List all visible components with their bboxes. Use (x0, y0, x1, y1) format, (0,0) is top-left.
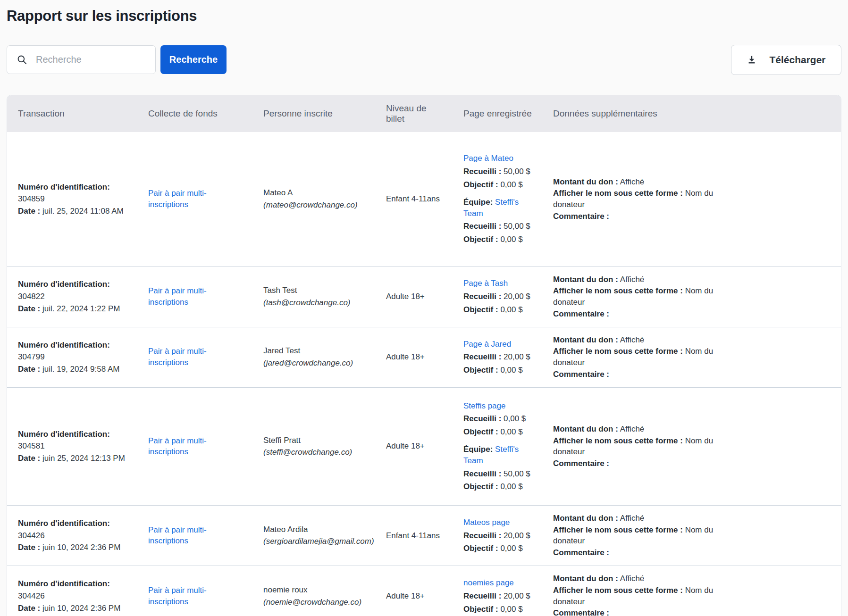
registered-page-link[interactable]: Page à Mateo (463, 154, 513, 163)
person-cell: Tash Test (tash@crowdchange.co) (263, 266, 386, 327)
person-cell: noemie roux (noemie@crowdchange.co) (263, 566, 386, 616)
person-email: (noemie@crowdchange.co) (263, 597, 377, 608)
registered-page-cell: Page à Mateo Recueilli : 50,00 $ Objecti… (463, 132, 553, 266)
goal-label: Objectif : (463, 544, 498, 553)
goal-value: 0,00 $ (500, 305, 522, 314)
name-display-label: Afficher le nom sous cette forme : (553, 436, 683, 445)
date-value: juil. 22, 2024 1:22 PM (42, 304, 120, 313)
comment-label: Commentaire : (553, 370, 609, 379)
registered-page-link[interactable]: Page à Jared (463, 340, 511, 349)
person-cell: Mateo Ardila (sergioardilamejia@gmail.co… (263, 505, 386, 566)
name-display-label: Afficher le nom sous cette forme : (553, 525, 683, 534)
ticket-cell: Adulte 18+ (386, 327, 463, 387)
donation-amount-label: Montant du don : (553, 335, 618, 344)
person-name: Steffi Pratt (263, 435, 377, 446)
search-input[interactable] (36, 54, 149, 65)
team-label: Équipe: (463, 445, 493, 454)
donation-amount-label: Montant du don : (553, 177, 618, 186)
ticket-cell: Adulte 18+ (386, 266, 463, 327)
column-header-registered-page: Page enregistrée (463, 95, 553, 132)
fundraiser-cell: Pair à pair multi-inscriptions (148, 387, 263, 505)
person-name: Tash Test (263, 285, 377, 296)
comment-label: Commentaire : (553, 548, 609, 557)
registered-page-link[interactable]: noemies page (463, 578, 514, 587)
goal-label: Objectif : (463, 605, 498, 614)
goal-value: 0,00 $ (500, 366, 522, 375)
ticket-cell: Enfant 4-11ans (386, 505, 463, 566)
id-value: 304426 (18, 591, 139, 602)
registered-page-cell: Steffis page Recueilli : 0,00 $ Objectif… (463, 387, 553, 505)
raised-value: 50,00 $ (504, 167, 530, 176)
id-label: Numéro d'identification: (18, 579, 110, 588)
donation-amount-value: Affiché (620, 425, 645, 433)
comment-label: Commentaire : (553, 212, 609, 221)
id-label: Numéro d'identification: (18, 183, 110, 191)
raised-value: 0,00 $ (504, 414, 526, 423)
column-header-ticket-level: Niveau de billet (386, 95, 463, 132)
team-label: Équipe: (463, 198, 493, 207)
id-value: 304859 (18, 193, 139, 205)
transaction-cell: Numéro d'identification: 304799 Date : j… (7, 327, 148, 387)
column-header-transaction: Transaction (7, 95, 148, 132)
date-value: juil. 25, 2024 11:08 AM (42, 207, 124, 216)
page-title: Rapport sur les inscriptions (7, 8, 841, 25)
table-card: Transaction Collecte de fonds Personne i… (7, 95, 841, 616)
person-cell: Steffi Pratt (steffi@crowdchange.co) (263, 387, 386, 505)
download-icon (747, 55, 757, 65)
id-value: 304822 (18, 291, 139, 302)
table-row: Numéro d'identification: 304859 Date : j… (7, 132, 841, 266)
ticket-level: Adulte 18+ (386, 441, 425, 450)
name-display-label: Afficher le nom sous cette forme : (553, 286, 683, 295)
goal-value: 0,00 $ (500, 427, 522, 436)
ticket-level: Adulte 18+ (386, 591, 425, 600)
registered-page-link[interactable]: Page à Tash (463, 279, 508, 288)
table-row: Numéro d'identification: 304426 Date : j… (7, 505, 841, 566)
registered-page-link[interactable]: Steffis page (463, 401, 505, 410)
goal-value: 0,00 $ (500, 544, 522, 553)
fundraiser-link[interactable]: Pair à pair multi-inscriptions (148, 188, 219, 210)
ticket-level: Adulte 18+ (386, 292, 425, 301)
transaction-cell: Numéro d'identification: 304426 Date : j… (7, 505, 148, 566)
fundraiser-link[interactable]: Pair à pair multi-inscriptions (148, 585, 219, 608)
raised-label: Recueilli : (463, 531, 501, 540)
person-name: Mateo A (263, 187, 377, 199)
fundraiser-link[interactable]: Pair à pair multi-inscriptions (148, 346, 219, 368)
additional-data-cell: Montant du don : Affiché Afficher le nom… (553, 387, 841, 505)
registrations-table: Transaction Collecte de fonds Personne i… (7, 95, 841, 616)
donation-amount-value: Affiché (620, 514, 645, 523)
goal-label: Objectif : (463, 180, 498, 189)
goal-value: 0,00 $ (500, 605, 522, 614)
additional-data-cell: Montant du don : Affiché Afficher le nom… (553, 132, 841, 266)
goal-label: Objectif : (463, 305, 498, 314)
id-label: Numéro d'identification: (18, 280, 110, 289)
person-email: (steffi@crowdchange.co) (263, 447, 377, 458)
raised-label: Recueilli : (463, 167, 501, 176)
fundraiser-link[interactable]: Pair à pair multi-inscriptions (148, 285, 219, 308)
team-raised-value: 50,00 $ (504, 222, 530, 231)
raised-label: Recueilli : (463, 352, 501, 361)
person-cell: Mateo A (mateo@crowdchange.co) (263, 132, 386, 266)
person-email: (jared@crowdchange.co) (263, 358, 377, 369)
raised-value: 20,00 $ (504, 531, 530, 540)
raised-label: Recueilli : (463, 292, 501, 301)
ticket-cell: Adulte 18+ (386, 566, 463, 616)
team-raised-value: 50,00 $ (504, 469, 530, 478)
comment-label: Commentaire : (553, 459, 609, 468)
fundraiser-cell: Pair à pair multi-inscriptions (148, 505, 263, 566)
date-label: Date : (18, 207, 40, 216)
ticket-level: Adulte 18+ (386, 352, 425, 361)
donation-amount-value: Affiché (620, 177, 645, 186)
download-button[interactable]: Télécharger (731, 45, 841, 75)
table-row: Numéro d'identification: 304799 Date : j… (7, 327, 841, 387)
transaction-cell: Numéro d'identification: 304426 Date : j… (7, 566, 148, 616)
fundraiser-link[interactable]: Pair à pair multi-inscriptions (148, 524, 219, 547)
date-value: juil. 19, 2024 9:58 AM (42, 365, 120, 374)
additional-data-cell: Montant du don : Affiché Afficher le nom… (553, 266, 841, 327)
search-button[interactable]: Recherche (160, 45, 227, 74)
fundraiser-link[interactable]: Pair à pair multi-inscriptions (148, 435, 219, 458)
registered-page-link[interactable]: Mateos page (463, 518, 510, 527)
search-box[interactable] (7, 45, 156, 74)
ticket-cell: Enfant 4-11ans (386, 132, 463, 266)
additional-data-cell: Montant du don : Affiché Afficher le nom… (553, 566, 841, 616)
additional-data-cell: Montant du don : Affiché Afficher le nom… (553, 327, 841, 387)
